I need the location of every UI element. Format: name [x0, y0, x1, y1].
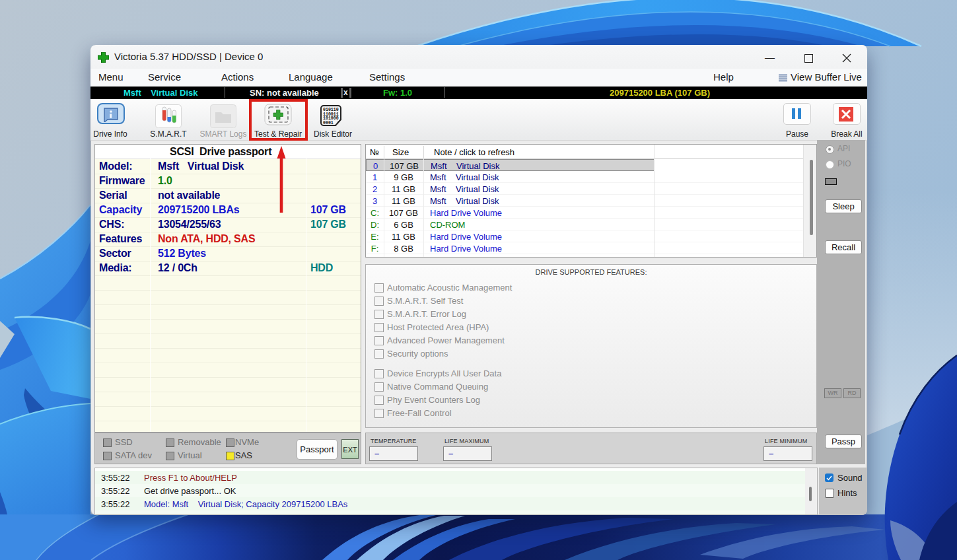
svg-text:0001: 0001 [323, 121, 334, 125]
